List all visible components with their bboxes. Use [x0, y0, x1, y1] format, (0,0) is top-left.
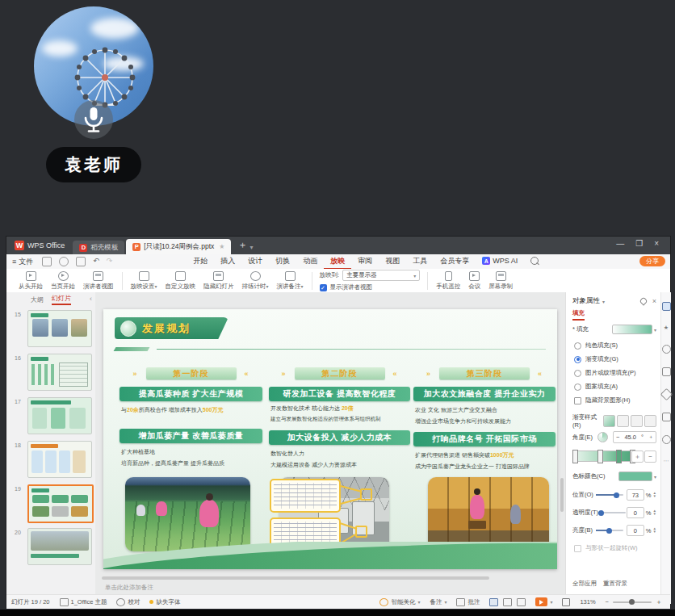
gradient-style-2-button[interactable] [617, 415, 629, 427]
slide-thumbnail-20[interactable] [27, 528, 92, 565]
collapse-panel-icon[interactable]: ‹ [90, 295, 92, 303]
greenhouse-photo[interactable] [125, 477, 250, 551]
position-slider[interactable] [596, 494, 623, 496]
selection-pane-icon[interactable] [662, 367, 671, 376]
gradient-stop-selected[interactable] [616, 450, 622, 463]
decrease-angle-button[interactable]: − [614, 434, 622, 441]
brightness-slider[interactable] [596, 530, 623, 531]
apply-all-button[interactable]: 全部应用 [572, 580, 597, 588]
gradient-style-4-button[interactable] [644, 415, 656, 427]
meeting-button[interactable]: 会议 [464, 270, 484, 291]
display-target-select[interactable]: 主要显示器 ▾ [342, 270, 420, 281]
spinner-arrows-icon[interactable]: ▲▼ [653, 527, 656, 534]
rotate-with-shape-option[interactable]: 与形状一起旋转(W) [574, 544, 638, 552]
slide-thumbnail-17[interactable] [27, 397, 92, 434]
angle-stepper[interactable]: − 45.0 ° ＋ [613, 431, 656, 443]
tab-outline[interactable]: 大纲 [31, 295, 44, 304]
mic-status[interactable] [74, 100, 113, 139]
favorite-star-icon[interactable]: ★ [219, 243, 224, 250]
app-menu-button[interactable]: W WPS Office [6, 237, 73, 254]
show-settings-button[interactable]: 放映设置▾ [127, 270, 161, 291]
slide-thumbnail-15[interactable] [27, 310, 92, 347]
export-icon[interactable] [76, 257, 86, 266]
tab-transition[interactable]: 切换 [269, 254, 296, 268]
help-icon[interactable] [662, 435, 671, 444]
fill-gradient-select[interactable]: ▾ [612, 325, 656, 334]
screen-record-button[interactable]: 屏幕录制 [484, 270, 517, 291]
doc-tab-template[interactable]: D 稻壳模板 [73, 241, 124, 254]
option-picture-fill[interactable]: 图片或纹理填充(P) [574, 369, 636, 377]
theme-button[interactable]: 1_Office 主题 [55, 598, 112, 606]
tab-member[interactable]: 会员专享 [434, 254, 476, 268]
file-menu[interactable]: ≡ 文件 [6, 257, 39, 267]
tab-slideshow[interactable]: 放映 [324, 254, 351, 270]
notes-placeholder[interactable]: 单击此处添加备注 [105, 584, 153, 592]
tab-wps-ai[interactable]: A WPS AI [476, 254, 524, 268]
missing-font-button[interactable]: 缺失字体 [145, 598, 185, 606]
chevron-down-icon[interactable]: ▾ [602, 299, 605, 304]
comments-toggle-button[interactable]: 批注 [451, 598, 484, 606]
presenter-view-checkbox[interactable]: ✓ [320, 284, 327, 291]
tab-insert[interactable]: 插入 [214, 254, 241, 268]
speaker-notes-button[interactable]: 演讲备注▾ [273, 270, 308, 291]
pin-panel-icon[interactable] [639, 296, 648, 305]
gradient-preview-bar[interactable] [572, 450, 635, 462]
shapes-icon[interactable] [660, 388, 673, 401]
slide-thumbnail-18[interactable] [27, 441, 92, 478]
chevron-down-icon[interactable]: ▾ [550, 599, 552, 605]
vertical-scrollbar[interactable] [560, 478, 564, 512]
minimize-button[interactable]: — [616, 239, 624, 248]
slide-sorter-view-button[interactable] [503, 598, 512, 606]
tab-review[interactable]: 审阅 [351, 254, 379, 268]
new-tab-button[interactable]: ＋ [237, 238, 247, 252]
favorites-icon[interactable]: ★ [664, 325, 669, 331]
spinner-arrows-icon[interactable]: ▲▼ [653, 509, 656, 516]
transparency-slider[interactable] [598, 512, 626, 513]
save-icon[interactable] [42, 257, 52, 266]
notes-toggle-button[interactable]: 备注 ▾ [425, 598, 451, 606]
gradient-style-3-button[interactable] [631, 415, 643, 427]
rehearse-button[interactable]: 排练计时▾ [238, 270, 273, 291]
fill-tab[interactable]: 填充 [572, 309, 585, 321]
slide-thumbnail-19-selected[interactable] [27, 484, 94, 523]
horizontal-scrollbar[interactable] [102, 576, 489, 580]
proofing-button[interactable]: 校对 [111, 598, 145, 606]
brightness-value-box[interactable]: 0 % ▲▼ [627, 525, 656, 536]
more-tools-icon[interactable]: ⋯ [664, 458, 669, 464]
reset-background-button[interactable]: 重置背景 [603, 580, 627, 588]
close-panel-icon[interactable]: × [652, 297, 656, 305]
redo-icon[interactable]: ↷ [107, 257, 113, 266]
tab-view[interactable]: 视图 [379, 254, 406, 268]
custom-show-button[interactable]: 自定义放映 [161, 270, 200, 291]
position-value-box[interactable]: 73 % ▲▼ [627, 489, 656, 501]
transparency-value-box[interactable]: 0 % ▲▼ [627, 507, 656, 518]
normal-view-button[interactable] [489, 598, 498, 606]
hide-slide-button[interactable]: 隐藏幻灯片 [199, 270, 238, 291]
add-gradient-stop-button[interactable]: ＋ [631, 450, 644, 463]
slide-thumbnail-16[interactable] [27, 354, 92, 391]
remove-gradient-stop-button[interactable]: − [644, 450, 656, 463]
print-icon[interactable] [59, 257, 69, 266]
zoom-level[interactable]: 131% [575, 598, 600, 606]
stop-color-select[interactable]: ▾ [618, 471, 656, 481]
fit-slide-button[interactable] [557, 598, 575, 606]
zoom-in-button[interactable]: ＋ [656, 597, 662, 606]
play-slideshow-button[interactable] [535, 597, 547, 606]
doc-tab-active[interactable]: P [只读]10.24周例会.pptx ★ [126, 239, 231, 254]
presenter-view-button[interactable]: 演讲者视图 [79, 270, 118, 291]
option-pattern-fill[interactable]: 图案填充(A) [574, 383, 618, 391]
option-solid-fill[interactable]: 纯色填充(S) [574, 342, 618, 350]
orchard-photo[interactable] [428, 477, 549, 551]
tab-tools[interactable]: 工具 [406, 254, 434, 268]
animation-pane-icon[interactable] [662, 345, 671, 354]
tab-home[interactable]: 开始 [187, 254, 214, 268]
from-current-button[interactable]: 当页开始 [47, 270, 79, 291]
zoom-slider[interactable] [613, 601, 652, 603]
gradient-style-1-button[interactable] [603, 415, 615, 427]
option-gradient-fill[interactable]: 渐变填充(G) [574, 355, 618, 363]
properties-panel-icon[interactable] [662, 302, 671, 311]
tab-animation[interactable]: 动画 [296, 254, 324, 268]
gradient-stop[interactable] [597, 450, 603, 463]
smart-beautify-button[interactable]: 智能美化 ▾ [375, 598, 425, 606]
layout-pane-icon[interactable] [662, 413, 671, 421]
